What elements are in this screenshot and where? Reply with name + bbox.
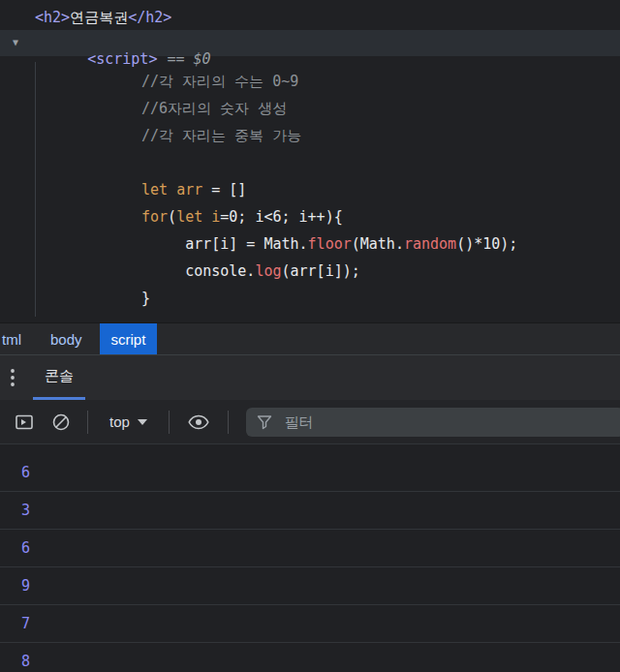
script-open-tag: <script> <box>87 50 157 68</box>
code-token-plain <box>168 181 176 199</box>
code-token-plain: =0; i<6; i++){ <box>220 208 342 226</box>
console-logged-value: 7 <box>21 615 30 632</box>
code-token-plain: } <box>141 290 150 307</box>
console-logged-value: 8 <box>21 653 30 670</box>
clear-console-button[interactable] <box>45 406 78 439</box>
code-token-comment: //각 자리는 중복 가능 <box>141 127 301 144</box>
console-logged-value: 6 <box>21 539 30 557</box>
breadcrumb-item-body[interactable]: body <box>39 323 94 354</box>
elements-node-h2[interactable]: <h2>연금복권</h2> <box>0 0 620 30</box>
code-token-keyword: for <box>141 208 168 226</box>
h2-text: 연금복권 <box>70 9 128 26</box>
source-line: for(let i=0; i<6; i++){ <box>141 203 620 230</box>
console-output: 636978 <box>0 444 620 672</box>
code-token-property: log <box>255 262 281 280</box>
script-source-code: //각 자리의 수는 0~9//6자리의 숫자 생성//각 자리는 중복 가능l… <box>0 56 620 312</box>
eye-icon <box>187 411 210 434</box>
code-token-plain: (Math. <box>352 235 404 253</box>
breadcrumb-item-script[interactable]: script <box>100 323 158 354</box>
console-message-row[interactable]: 7 <box>0 605 620 643</box>
console-message-row[interactable]: 9 <box>0 567 620 605</box>
source-line: //각 자리는 중복 가능 <box>141 122 620 149</box>
devtools-window: <h2>연금복권</h2> ▼<script>== $0 //각 자리의 수는 … <box>0 0 620 672</box>
context-selector-label: top <box>109 413 130 430</box>
console-drawer-header: 콘솔 <box>0 354 620 400</box>
source-line: console.log(arr[i]); <box>141 258 620 285</box>
console-sidebar-icon <box>14 412 35 433</box>
clear-console-icon <box>50 412 72 433</box>
code-token-def: i <box>211 208 220 226</box>
more-options-icon[interactable] <box>0 355 25 400</box>
javascript-context-selector[interactable]: top <box>98 413 159 430</box>
console-filter-box[interactable] <box>246 408 620 437</box>
tab-console-label: 콘솔 <box>45 367 74 385</box>
source-line: //6자리의 숫자 생성 <box>141 95 620 122</box>
console-filter-input[interactable] <box>283 412 614 431</box>
source-line: //각 자리의 수는 0~9 <box>141 68 620 95</box>
source-line: } <box>141 285 620 312</box>
console-message-row[interactable]: 8 <box>0 643 620 672</box>
console-message-row[interactable]: 6 <box>0 530 620 567</box>
code-token-plain: arr[i] = Math. <box>141 235 308 253</box>
console-message-row[interactable]: 6 <box>0 454 620 492</box>
code-token-property: random <box>404 235 456 253</box>
code-token-keyword: let <box>141 181 168 199</box>
code-token-plain <box>202 208 211 226</box>
breadcrumb-item-html[interactable]: tml <box>0 323 33 354</box>
tab-console[interactable]: 콘솔 <box>33 355 85 400</box>
console-message-row[interactable]: 3 <box>0 492 620 530</box>
selected-node-marker: == $0 <box>167 50 210 68</box>
h2-open-tag: <h2> <box>35 9 70 26</box>
source-line: let arr = [] <box>141 176 620 203</box>
show-console-sidebar-button[interactable] <box>8 406 41 439</box>
code-token-comment: //각 자리의 수는 0~9 <box>141 73 298 90</box>
h2-close-tag: </h2> <box>128 9 171 26</box>
filter-icon <box>256 413 273 431</box>
chevron-down-icon <box>138 419 147 425</box>
code-token-plain: console. <box>141 262 255 280</box>
code-token-comment: //6자리의 숫자 생성 <box>141 100 287 117</box>
code-token-plain: ()*10); <box>456 235 517 253</box>
toolbar-separator <box>228 411 229 434</box>
code-token-plain: ( <box>168 208 176 226</box>
console-logged-value: 3 <box>21 502 30 519</box>
console-logged-value: 6 <box>21 464 30 481</box>
create-live-expression-button[interactable] <box>179 406 218 439</box>
code-token-def: arr <box>176 181 202 199</box>
expand-arrow-icon[interactable]: ▼ <box>13 37 18 47</box>
source-line <box>141 149 620 176</box>
code-token-keyword: let <box>176 208 202 226</box>
toolbar-separator <box>169 411 170 434</box>
console-toolbar: top <box>0 400 620 444</box>
indent-guide <box>35 62 36 317</box>
code-token-property: floor <box>308 235 352 253</box>
code-token-plain: = [] <box>202 181 246 199</box>
toolbar-separator <box>87 411 88 434</box>
console-logged-value: 9 <box>21 577 30 595</box>
code-token-plain: (arr[i]); <box>282 262 360 280</box>
elements-panel: <h2>연금복권</h2> ▼<script>== $0 //각 자리의 수는 … <box>0 0 620 322</box>
elements-node-script[interactable]: ▼<script>== $0 <box>0 30 620 56</box>
breadcrumb: tml body script <box>0 322 620 354</box>
source-line: arr[i] = Math.floor(Math.random()*10); <box>141 230 620 258</box>
